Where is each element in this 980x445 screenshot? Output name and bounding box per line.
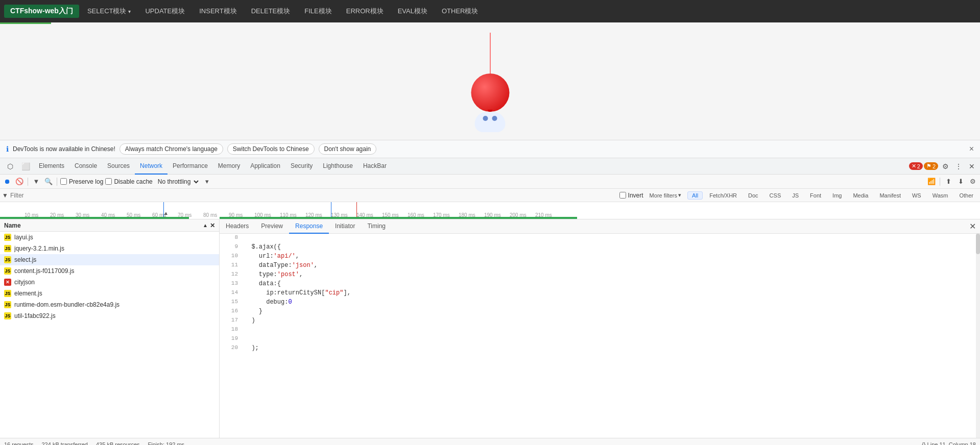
tab-application[interactable]: Application — [245, 158, 285, 175]
filter-wasm-button[interactable]: Wasm — [928, 191, 953, 200]
file-name: layui.js — [14, 234, 33, 241]
tab-console[interactable]: Console — [69, 158, 102, 175]
js-file-icon: JS — [4, 312, 11, 319]
tab-timing[interactable]: Timing — [361, 219, 392, 234]
response-panel-close-button[interactable]: ✕ — [965, 221, 980, 231]
invert-checkbox[interactable] — [619, 192, 626, 199]
clear-icon[interactable]: 🚫 — [14, 177, 25, 187]
response-content[interactable]: 8 9 $.ajax({ 10 url:'api/', 11 dataType:… — [220, 234, 980, 438]
tab-lighthouse[interactable]: Lighthouse — [318, 158, 358, 175]
list-item[interactable]: JS jquery-3.2.1.min.js — [0, 243, 219, 254]
list-item[interactable]: JS select.js — [0, 254, 219, 265]
close-devtools-icon[interactable]: ✕ — [966, 160, 978, 172]
page-loading-bar — [0, 22, 51, 24]
file-name: cityjson — [14, 279, 35, 286]
filter-media-button[interactable]: Media — [848, 191, 873, 200]
tab-preview[interactable]: Preview — [255, 219, 289, 234]
file-list-scroll[interactable]: JS layui.js JS jquery-3.2.1.min.js JS se… — [0, 232, 219, 438]
code-line-13: 13 data:{ — [220, 280, 980, 289]
import-icon[interactable]: ⬆ — [943, 177, 953, 187]
filter-fetch-button[interactable]: Fetch/XHR — [705, 191, 742, 200]
tab-sources[interactable]: Sources — [102, 158, 135, 175]
filter-all-button[interactable]: All — [687, 191, 703, 200]
throttle-select[interactable]: No throttling Fast 3G Slow 3G Offline — [155, 178, 200, 186]
response-scrollthumb[interactable] — [976, 234, 980, 254]
cursor-icon[interactable]: ⬡ — [4, 160, 16, 172]
disable-cache-label[interactable]: Disable cache — [105, 178, 152, 185]
list-item[interactable]: JS util-1fabc922.js — [0, 310, 219, 322]
throttle-dropdown-icon[interactable]: ▾ — [202, 177, 212, 187]
record-icon[interactable]: ⏺ — [2, 177, 12, 187]
tab-performance[interactable]: Performance — [168, 158, 213, 175]
more-options-icon[interactable]: ⋮ — [952, 160, 965, 172]
settings-icon[interactable]: ⚙ — [939, 160, 951, 172]
code-text: } — [244, 308, 262, 315]
filter-manifest-button[interactable]: Manifest — [875, 191, 905, 200]
line-number: 11 — [224, 262, 238, 268]
code-text: ); — [244, 344, 259, 352]
dont-show-again-button[interactable]: Don't show again — [319, 143, 377, 155]
filter-font-button[interactable]: Font — [805, 191, 826, 200]
preserve-log-checkbox[interactable] — [60, 178, 67, 185]
tab-elements[interactable]: Elements — [34, 158, 69, 175]
nav-item-delete[interactable]: DELETE模块 — [245, 5, 297, 18]
tab-security[interactable]: Security — [285, 158, 318, 175]
tab-response[interactable]: Response — [289, 219, 329, 234]
tab-network[interactable]: Network — [135, 158, 168, 175]
line-number: 14 — [224, 289, 238, 295]
tab-headers[interactable]: Headers — [220, 219, 255, 234]
file-name: jquery-3.2.1.min.js — [14, 245, 64, 252]
brand-logo[interactable]: CTFshow-web入门 — [4, 5, 79, 18]
filter-img-button[interactable]: Img — [828, 191, 846, 200]
nav-item-error[interactable]: ERROR模块 — [340, 5, 390, 18]
tab-hackbar[interactable]: HackBar — [358, 158, 392, 175]
device-mode-icon[interactable]: ⬜ — [19, 160, 32, 172]
nav-item-update[interactable]: UPDATE模块 — [139, 5, 191, 18]
network-settings-icon[interactable]: ⚙ — [968, 177, 978, 187]
more-filters-button[interactable]: More filters ▾ — [646, 191, 685, 199]
tab-memory[interactable]: Memory — [213, 158, 245, 175]
devtools-notification-bar: ℹ DevTools is now available in Chinese! … — [0, 140, 980, 158]
match-language-button[interactable]: Always match Chrome's language — [119, 143, 223, 155]
filter-css-button[interactable]: CSS — [765, 191, 786, 200]
line-number: 17 — [224, 317, 238, 323]
switch-devtools-button[interactable]: Switch DevTools to Chinese — [227, 143, 315, 155]
nav-item-select[interactable]: SELECT模块 ▾ — [81, 5, 137, 18]
list-item[interactable]: JS runtime-dom.esm-bundler-cb82e4a9.js — [0, 299, 219, 310]
nav-item-other[interactable]: OTHER模块 — [436, 5, 485, 18]
code-line-18: 18 — [220, 326, 980, 335]
response-scrollbar[interactable] — [976, 234, 980, 438]
code-text: data:{ — [244, 280, 281, 287]
line-number: 16 — [224, 308, 238, 314]
search-icon[interactable]: 🔍 — [43, 177, 54, 187]
preserve-log-label[interactable]: Preserve log — [60, 178, 103, 185]
nav-item-insert[interactable]: INSERT模块 — [193, 5, 243, 18]
tab-initiator[interactable]: Initiator — [329, 219, 361, 234]
export-icon[interactable]: ⬇ — [955, 177, 966, 187]
close-panel-icon[interactable]: ✕ — [210, 222, 215, 229]
file-list-header: Name ▲ ✕ — [0, 219, 219, 232]
nav-item-file[interactable]: FILE模块 — [298, 5, 338, 18]
invert-label[interactable]: Invert — [619, 192, 643, 199]
filter-funnel-icon: ▼ — [2, 192, 8, 199]
sort-icon[interactable]: ▲ — [203, 222, 208, 228]
notification-close-button[interactable]: × — [969, 144, 974, 154]
code-line-19: 19 — [220, 335, 980, 344]
timeline-tick-8: 80 ms — [203, 212, 217, 218]
code-line-15: 15 debug:0 — [220, 298, 980, 307]
filter-other-button[interactable]: Other — [954, 191, 978, 200]
filter-icon[interactable]: ▼ — [31, 177, 41, 187]
filter-doc-button[interactable]: Doc — [744, 191, 763, 200]
nav-item-eval[interactable]: EVAL模块 — [392, 5, 434, 18]
filter-js-button[interactable]: JS — [787, 191, 803, 200]
disable-cache-checkbox[interactable] — [105, 178, 112, 185]
wifi-icon[interactable]: 📶 — [926, 177, 937, 187]
filter-input[interactable] — [10, 192, 617, 199]
list-item[interactable]: JS content.js-f0117009.js — [0, 265, 219, 277]
filter-ws-button[interactable]: WS — [907, 191, 926, 200]
status-bar: 16 requests 224 kB transferred 435 kB re… — [0, 438, 980, 445]
list-item[interactable]: JS element.js — [0, 288, 219, 299]
code-line-20: 20 ); — [220, 344, 980, 353]
list-item[interactable]: ✕ cityjson — [0, 277, 219, 288]
list-item[interactable]: JS layui.js — [0, 232, 219, 243]
